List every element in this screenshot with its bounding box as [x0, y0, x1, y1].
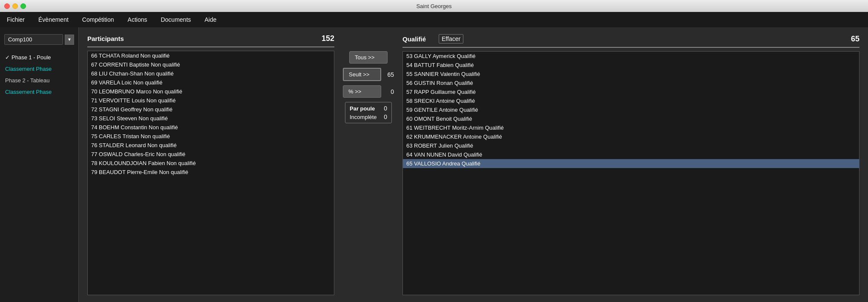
title-bar: Saint Georges — [0, 0, 868, 12]
percent-row: % >> 0 — [343, 85, 394, 98]
qualified-list-item[interactable]: 63 ROBERT Julien Qualifié — [403, 141, 859, 150]
menu-fichier[interactable]: Fichier — [4, 15, 27, 25]
qualified-title: Qualifié — [402, 35, 426, 43]
participant-list-item[interactable]: 73 SELOI Steeven Non qualifié — [88, 114, 334, 123]
menu-documents[interactable]: Documents — [158, 15, 193, 25]
qualified-list-item[interactable]: 58 SRECKI Antoine Qualifié — [403, 96, 859, 105]
middle-controls: Tous >> Seult >> 65 % >> 0 Par poule 0 I… — [343, 34, 394, 295]
participant-list-item[interactable]: 74 BOEHM Constantin Non qualifié — [88, 123, 334, 132]
tous-button[interactable]: Tous >> — [349, 51, 388, 64]
percent-button[interactable]: % >> — [343, 85, 381, 98]
participant-list-item[interactable]: 67 CORRENTI Baptiste Non qualifié — [88, 60, 334, 69]
minimize-button[interactable] — [12, 3, 18, 9]
participant-list-item[interactable]: 79 BEAUDOT Pierre-Emile Non qualifié — [88, 168, 334, 177]
qualified-list[interactable]: 53 GALLY Aymerick Qualifié54 BATTUT Fabi… — [402, 51, 859, 295]
content-inner: Participants 152 66 TCHATA Roland Non qu… — [87, 34, 859, 295]
participants-list[interactable]: 66 TCHATA Roland Non qualifié67 CORRENTI… — [87, 51, 334, 295]
participant-list-item[interactable]: 71 VERVOITTE Louis Non qualifié — [88, 96, 334, 105]
menu-actions[interactable]: Actions — [125, 15, 150, 25]
qualified-list-item[interactable]: 53 GALLY Aymerick Qualifié — [403, 52, 859, 61]
qualified-header: Qualifié Effacer 65 — [402, 34, 859, 44]
incomplete-label: Incomplète — [350, 114, 377, 120]
par-poule-row: Par poule 0 — [350, 105, 387, 112]
effacer-button[interactable]: Effacer — [439, 34, 463, 44]
seult-value: 65 — [384, 71, 394, 78]
menu-evenement[interactable]: Évènement — [36, 15, 71, 25]
participant-list-item[interactable]: 76 STALDER Leonard Non qualifié — [88, 141, 334, 150]
qualified-list-item[interactable]: 59 GENTILE Antoine Qualifié — [403, 105, 859, 114]
participant-list-item[interactable]: 72 STAGNI Geoffrey Non qualifié — [88, 105, 334, 114]
qualified-list-item[interactable]: 62 KRUMMENACKER Antoine Qualifié — [403, 132, 859, 141]
participant-list-item[interactable]: 77 OSWALD Charles-Eric Non qualifié — [88, 150, 334, 159]
sidebar-item-phase2[interactable]: Phase 2 - Tableau — [0, 75, 78, 86]
qualified-list-item[interactable]: 56 GUSTIN Ronan Qualifié — [403, 78, 859, 87]
qualified-list-item[interactable]: 57 RAPP Guillaume Qualifié — [403, 87, 859, 96]
sidebar-item-classement2[interactable]: Classement Phase — [0, 86, 78, 98]
par-poule-label: Par poule — [350, 105, 375, 112]
participants-title: Participants — [87, 35, 124, 42]
main-layout: Comp100 ▼ ✓ Phase 1 - Poule Classement P… — [0, 27, 868, 302]
participants-panel: Participants 152 66 TCHATA Roland Non qu… — [87, 34, 334, 295]
participant-list-item[interactable]: 75 CARLES Tristan Non qualifié — [88, 132, 334, 141]
qualified-divider — [402, 47, 859, 48]
menu-competition[interactable]: Compétition — [80, 15, 117, 25]
menu-aide[interactable]: Aide — [202, 15, 219, 25]
sidebar: Comp100 ▼ ✓ Phase 1 - Poule Classement P… — [0, 27, 79, 302]
qualified-list-item[interactable]: 54 BATTUT Fabien Qualifié — [403, 61, 859, 70]
comp-dropdown-button[interactable]: ▼ — [65, 35, 74, 45]
qualified-list-item[interactable]: 60 OMONT Benoit Qualifié — [403, 114, 859, 123]
incomplete-value: 0 — [377, 113, 387, 120]
qualified-count: 65 — [851, 35, 859, 44]
participant-list-item[interactable]: 70 LEOMBRUNO Marco Non qualifié — [88, 87, 334, 96]
participants-header: Participants 152 — [87, 34, 334, 43]
qualified-list-item[interactable]: 65 VALLOSIO Andrea Qualifié — [403, 159, 859, 168]
menu-bar: Fichier Évènement Compétition Actions Do… — [0, 12, 868, 27]
seult-row: Seult >> 65 — [343, 68, 394, 81]
qualified-list-item[interactable]: 64 VAN NUNEN David Qualifié — [403, 150, 859, 159]
window-title: Saint Georges — [416, 3, 451, 9]
participant-list-item[interactable]: 69 VARELA Loic Non qualifié — [88, 78, 334, 87]
participant-list-item[interactable]: 78 KOULOUNDJOIAN Fabien Non qualifié — [88, 159, 334, 168]
comp-selector-area: Comp100 ▼ — [0, 32, 78, 47]
close-button[interactable] — [4, 3, 10, 9]
qualified-panel: Qualifié Effacer 65 53 GALLY Aymerick Qu… — [402, 34, 859, 295]
sidebar-item-phase1-label: Phase 1 - Poule — [11, 54, 51, 61]
par-poule-box: Par poule 0 Incomplète 0 — [345, 102, 392, 123]
qualified-list-item[interactable]: 61 WEITBRECHT Moritz-Arnim Qualifié — [403, 123, 859, 132]
checkmark-icon: ✓ — [5, 54, 10, 61]
percent-value: 0 — [384, 88, 394, 95]
sidebar-item-phase1[interactable]: ✓ Phase 1 - Poule — [0, 52, 78, 63]
qualified-list-item[interactable]: 55 SANNIER Valentin Qualifié — [403, 70, 859, 78]
participants-divider — [87, 46, 334, 47]
maximize-button[interactable] — [20, 3, 26, 9]
traffic-lights — [4, 3, 26, 9]
content-area: Participants 152 66 TCHATA Roland Non qu… — [79, 27, 868, 302]
par-poule-value: 0 — [377, 105, 387, 112]
seult-button[interactable]: Seult >> — [343, 68, 381, 81]
participant-list-item[interactable]: 66 TCHATA Roland Non qualifié — [88, 51, 334, 60]
sidebar-item-classement1[interactable]: Classement Phase — [0, 63, 78, 75]
participant-list-item[interactable]: 68 LIU Chzhan-Shan Non qualifié — [88, 69, 334, 78]
comp-label: Comp100 — [4, 34, 63, 45]
participants-count: 152 — [322, 34, 334, 43]
incomplete-row: Incomplète 0 — [350, 113, 387, 120]
